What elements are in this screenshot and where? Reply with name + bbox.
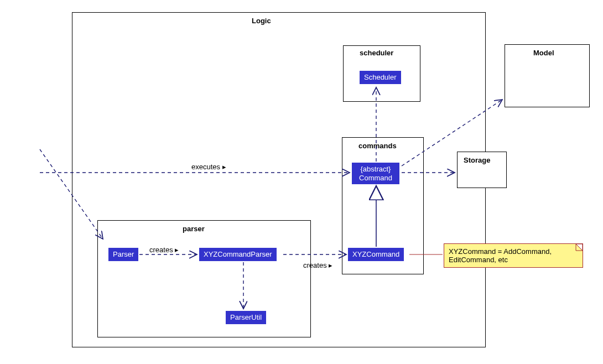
edge-label-executes: executes ▸: [191, 163, 226, 171]
note-xyz-command: XYZCommand = AddCommand, EditCommand, et…: [444, 243, 583, 268]
note-line-2: EditCommand, etc: [449, 256, 508, 264]
class-xyz-command: XYZCommand: [348, 248, 404, 261]
abstract-command-name: Command: [359, 174, 392, 182]
class-parser-util: ParserUtil: [226, 311, 266, 324]
package-model-title: Model: [533, 49, 554, 57]
svg-marker-0: [576, 244, 583, 251]
package-parser: [97, 220, 311, 337]
note-line-1: XYZCommand = AddCommand,: [449, 247, 552, 256]
package-parser-title: parser: [183, 225, 205, 233]
class-parser: Parser: [108, 248, 138, 261]
abstract-stereotype: {abstract}: [361, 165, 391, 173]
package-commands-title: commands: [358, 142, 397, 150]
edge-label-creates-2: creates ▸: [303, 261, 332, 269]
class-abstract-command: {abstract} Command: [352, 163, 399, 184]
class-xyz-command-parser: XYZCommandParser: [199, 248, 277, 261]
edge-label-creates-1: creates ▸: [149, 246, 179, 254]
class-scheduler: Scheduler: [360, 71, 401, 84]
package-storage-title: Storage: [464, 156, 490, 164]
package-scheduler-title: scheduler: [360, 49, 393, 57]
package-logic-title: Logic: [252, 17, 271, 25]
